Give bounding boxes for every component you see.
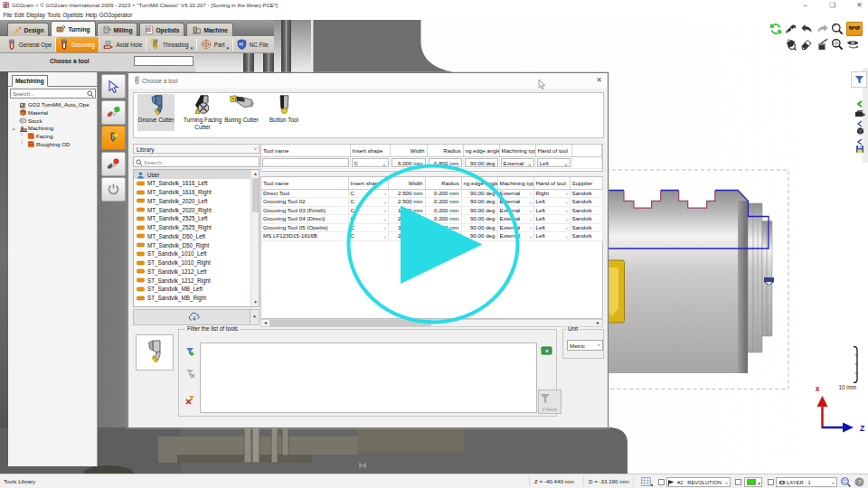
results-col-header[interactable]: ng edge angle [461, 177, 497, 189]
tool-cell[interactable]: External˅ [497, 223, 533, 232]
tool-row[interactable]: MS LF123D15-1616BC˅2.500 mm0.200 mm90.00… [261, 232, 602, 241]
menu-opelists[interactable]: Opelists [61, 10, 84, 20]
tool-cell[interactable]: 2.500 mm [388, 189, 425, 198]
zoom-fit-icon[interactable] [831, 38, 844, 52]
close-button[interactable]: ✕ [854, 0, 865, 10]
panel-search-input[interactable]: Search... [10, 89, 96, 99]
edit-filter-button[interactable] [184, 367, 197, 380]
sidebar-button-select-cursor[interactable] [101, 74, 126, 99]
tool-cell[interactable]: 3.000 mm [388, 223, 425, 232]
menu-go2operator[interactable]: GO2operator [99, 10, 134, 20]
library-scrollbar[interactable]: ▲ ▼ [250, 170, 259, 306]
tool-cell[interactable]: C˅ [348, 189, 388, 198]
tool-cell[interactable]: 90.00 deg [461, 215, 497, 224]
tool-cell[interactable]: C˅ [348, 198, 388, 207]
delete-filter-button[interactable] [184, 393, 197, 407]
undo-icon[interactable] [800, 23, 813, 36]
tool-cell[interactable]: Left˅ [533, 232, 570, 241]
screen-filter-button[interactable] [540, 344, 553, 358]
tool-cell[interactable]: Sandvik [570, 206, 602, 215]
tool-cell[interactable]: Direct Tool [261, 189, 348, 198]
expander-closed-icon[interactable]: › [21, 131, 23, 138]
filter-tool-name-input[interactable] [261, 156, 350, 168]
sidebar-button-power[interactable] [101, 177, 126, 202]
tool-cell[interactable]: External˅ [497, 215, 533, 224]
scroll-left-icon[interactable]: ◄ [261, 320, 269, 326]
menu-file[interactable]: File [2, 10, 14, 20]
library-item-mt-sandvik-2525-right[interactable]: MT_Sandvik_2525_Right [134, 223, 259, 232]
menu-display[interactable]: Display [25, 10, 46, 20]
library-item-mt-sandvik-1616-left[interactable]: MT_Sandvik_1616_Left [134, 179, 259, 188]
tool-cell[interactable]: Sandvik [570, 215, 602, 224]
library-item-st-sandvik-1010-left[interactable]: ST_Sandvik_1010_Left [134, 249, 259, 258]
restore-button[interactable]: ❏ [826, 0, 838, 10]
tool-cell[interactable]: Sandvik [570, 232, 602, 241]
library-item-mt-sandvik-1616-right[interactable]: MT_Sandvik_1616_Right [134, 188, 259, 197]
filter-col-header[interactable]: Radius [427, 145, 463, 156]
ribbon-button-threading[interactable]: Threading▾ [146, 37, 196, 52]
library-item-mt-sandvik-2020-left[interactable]: MT_Sandvik_2020_Left [134, 196, 259, 205]
unit-select[interactable]: Metric ˅ [567, 340, 603, 351]
menu-tools[interactable]: Tools [46, 10, 61, 20]
tool-cell[interactable]: 2.500 mm [388, 198, 425, 207]
tool-type-groove-cutter[interactable]: Groove Cutter [137, 94, 175, 131]
tool-cell[interactable]: 0.400 mm [425, 223, 461, 232]
tool-row[interactable]: Grooving Tool 02C˅2.500 mm0.200 mm90.00 … [261, 198, 602, 207]
filters-button[interactable]: Filters [538, 389, 561, 414]
cam-icon[interactable] [853, 108, 867, 117]
revolution-checkbox[interactable] [658, 479, 665, 485]
results-col-header[interactable]: Radius [425, 177, 461, 189]
tool-cell[interactable]: 90.00 deg [461, 189, 497, 198]
eraser-icon[interactable] [800, 38, 813, 52]
revolution-select[interactable]: #2 : REVOLUTION ˅ [666, 477, 731, 487]
tool-cell[interactable]: 90.00 deg [461, 198, 497, 207]
tool-cell[interactable]: Grooving Tool 04 (Direct) [261, 215, 348, 224]
tool-row[interactable]: Direct ToolC˅2.500 mm0.200 mm90.00 degEx… [261, 189, 602, 198]
tool-row[interactable]: Grooving Tool 05 (Opelist)C˅3.000 mm0.40… [261, 223, 602, 232]
filter-radius-value[interactable]: 0.800 mm [427, 156, 463, 168]
library-item-st-sandvik-1212-right[interactable]: ST_Sandvik_1212_Right [134, 276, 259, 285]
library-item-st-sandvik-1010-right[interactable]: ST_Sandvik_1010_Right [134, 258, 259, 267]
ribbon-button-general-ope[interactable]: General Ope [4, 37, 55, 52]
tool-cell[interactable]: C˅ [348, 232, 388, 241]
measure-icon[interactable] [785, 38, 797, 52]
dialog-close-icon[interactable]: ✕ [596, 77, 602, 84]
filter-col-header[interactable]: Insert shape [350, 145, 390, 156]
ribbon-button-part[interactable]: Part▾ [197, 37, 232, 52]
tool-cell[interactable]: External˅ [497, 232, 533, 241]
library-item-st-sandvik-1212-left[interactable]: ST_Sandvik_1212_Left [134, 267, 259, 276]
results-col-header[interactable]: Machining typ [497, 177, 533, 189]
filter-col-header[interactable]: ng edge angle [463, 145, 499, 156]
scroll-right-icon[interactable]: ► [594, 320, 602, 326]
tool-cell[interactable]: 90.00 deg [461, 206, 497, 215]
go2-glasses-button[interactable] [846, 22, 863, 36]
tree-item-go2-turnmill-auto-ope[interactable]: GO2 TurnMill_Auto_Ope [8, 100, 98, 108]
filter-col-header[interactable]: Tool name [261, 145, 350, 156]
results-col-header[interactable]: Width [388, 177, 425, 189]
menu-edit[interactable]: Edit [14, 10, 25, 20]
tool-cell[interactable]: MS LF123D15-1616B [261, 232, 348, 241]
tool-cell[interactable]: Left˅ [533, 223, 570, 232]
color-checkbox[interactable] [735, 479, 741, 485]
tool-cell[interactable]: Sandvik [570, 189, 602, 198]
tree-item-material[interactable]: Material [8, 108, 98, 117]
tool-type-button-tool[interactable]: Button Tool [263, 94, 305, 131]
library-item-mt-sandvik-d50-left[interactable]: MT_Sandvik_D50_Left [134, 231, 259, 240]
filter-hand-select[interactable]: Left˅ [535, 156, 571, 168]
ribbon-tab-opelists[interactable]: Opelists [139, 23, 185, 36]
prompt-input[interactable] [134, 56, 193, 66]
collapse-panel-green-chevron-icon[interactable] [853, 99, 867, 108]
tool-cell[interactable]: C˅ [348, 206, 388, 215]
zoom-icon[interactable] [831, 23, 844, 36]
sidebar-button-tool-orange[interactable] [101, 126, 126, 150]
tool-cell[interactable]: Left˅ [533, 215, 570, 224]
results-col-header[interactable]: Supplier [570, 177, 602, 189]
redo-icon[interactable] [816, 23, 829, 36]
table-hscrollbar[interactable]: ◄ ► [260, 319, 603, 327]
ribbon-tab-milling[interactable]: Milling [97, 23, 137, 36]
minimize-button[interactable]: – [799, 0, 811, 10]
save-icon[interactable] [853, 145, 867, 154]
tool-cell[interactable]: Grooving Tool 05 (Opelist) [261, 223, 348, 232]
tool-row[interactable]: Grooving Tool 03 (Finish)C˅1.500 mm0.200… [261, 206, 602, 215]
grid-snap-icon[interactable] [641, 477, 654, 487]
